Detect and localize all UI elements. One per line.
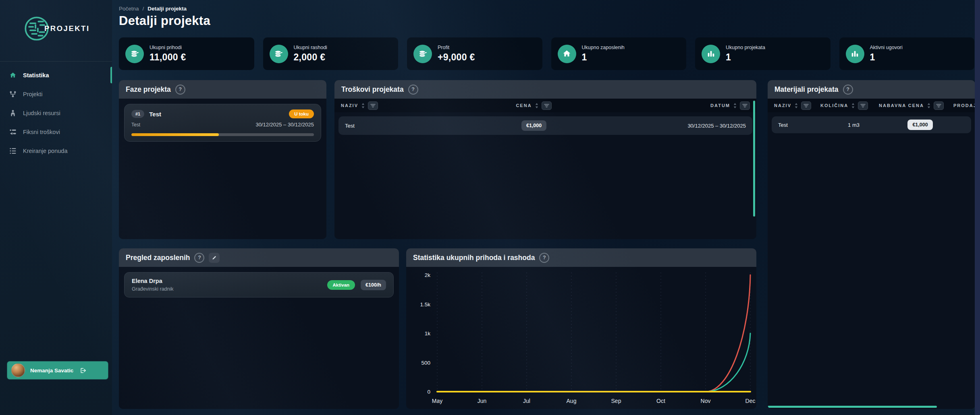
sidebar-item-ljudski-resursi[interactable]: Ljudski resursi [0, 103, 112, 122]
column-header-prodajna-cena[interactable]: PRODAJN [953, 103, 975, 108]
filter-icon[interactable] [368, 101, 378, 110]
sort-icon[interactable] [795, 103, 798, 108]
stat-value: 1 [726, 52, 765, 63]
phase-card[interactable]: #1 Test U toku Test 30/12/2025 – 30/12/2… [124, 104, 321, 142]
filter-icon[interactable] [801, 101, 811, 110]
filter-icon[interactable] [740, 101, 750, 110]
cell-naziv: Test [778, 122, 824, 128]
main-content: Početna / Detalji projekta Detalji proje… [112, 0, 980, 415]
logout-icon[interactable] [79, 367, 86, 374]
column-header-cena[interactable]: CENA [475, 101, 592, 110]
bar-chart-icon [702, 45, 720, 63]
column-label: KOLIČINA [820, 103, 848, 108]
column-header-naziv[interactable]: NAZIV [774, 101, 820, 110]
panel-pregled-zaposlenih: Pregled zaposlenih ? Elena Drpa Građevin… [119, 248, 399, 409]
sidebar-item-projekti[interactable]: Projekti [0, 85, 112, 103]
sidebar-item-kreiranje-ponuda[interactable]: Kreiranje ponuda [0, 141, 112, 160]
svg-text:1.5k: 1.5k [420, 301, 430, 308]
sidebar-item-label: Fiksni troškovi [23, 129, 60, 135]
line-chart: 05001k1.5k2kMayJunJulAugSepOctNovDec [406, 267, 756, 409]
phase-period: 30/12/2025 – 30/12/2025 [255, 122, 314, 128]
panel-title: Statistika ukupnih prihoda i rashoda [413, 254, 535, 262]
breadcrumb-home[interactable]: Početna [119, 6, 139, 12]
panel-header: Troškovi projekata ? [334, 80, 756, 99]
stat-value: 1 [582, 52, 625, 63]
svg-text:500: 500 [421, 360, 430, 366]
employee-card[interactable]: Elena Drpa Građevinski radnik Aktivan €1… [124, 272, 394, 297]
home-icon [9, 71, 17, 79]
window-scrollbar[interactable] [975, 0, 980, 415]
stat-value: 11,000 € [149, 52, 186, 63]
cell-naziv: Test [345, 123, 477, 129]
column-header-naziv[interactable]: NAZIV [341, 101, 475, 110]
sidebar-item-fiksni-troskovi[interactable]: Fiksni troškovi [0, 122, 112, 141]
stat-card-ukupno-zaposlenih: Ukupno zaposlenih 1 [551, 37, 687, 70]
home-icon [558, 45, 576, 63]
sort-icon[interactable] [361, 103, 365, 108]
user-menu[interactable]: Nemanja Savatic [7, 361, 108, 379]
sort-icon[interactable] [535, 103, 538, 108]
app-logo[interactable]: PROJEKTI [23, 14, 90, 43]
active-indicator [110, 67, 112, 83]
help-icon[interactable]: ? [408, 85, 418, 95]
svg-text:Nov: Nov [701, 398, 711, 404]
stat-value: 1 [870, 52, 903, 63]
stat-label: Ukupno zaposlenih [582, 45, 625, 50]
stat-label: Ukupni prihodi [149, 45, 186, 50]
help-icon[interactable]: ? [843, 85, 853, 95]
vertical-scrollbar[interactable] [753, 101, 755, 217]
table-row[interactable]: Test €1,000 30/12/2025 – 30/12/2025 [338, 116, 752, 135]
table-row[interactable]: Test 1 m3 €1,000 [772, 116, 971, 133]
svg-text:Jul: Jul [523, 398, 530, 404]
edit-icon[interactable] [209, 253, 220, 263]
brand-name: PROJEKTI [44, 24, 90, 33]
column-header-kolicina[interactable]: KOLIČINA [820, 101, 879, 110]
column-label: DATUM [710, 103, 730, 108]
column-header-nabavna-cena[interactable]: NABAVNA CENA [879, 101, 953, 110]
column-label: NABAVNA CENA [879, 103, 924, 108]
employee-rate-badge: €100/h [361, 280, 386, 290]
stat-card-aktivni-ugovori: Aktivni ugovori 1 [839, 37, 975, 70]
panel-statistika-chart: Statistika ukupnih prihoda i rashoda ? 0… [406, 248, 756, 409]
stat-label: Aktivni ugovori [870, 45, 903, 50]
horizontal-scrollbar[interactable] [768, 406, 937, 408]
svg-text:0: 0 [427, 389, 430, 395]
svg-text:Oct: Oct [656, 398, 665, 404]
phase-number-badge: #1 [131, 110, 144, 118]
svg-text:Jun: Jun [478, 398, 487, 404]
phase-progress-bar [131, 133, 314, 136]
column-label: PRODAJN [953, 103, 975, 108]
avatar [11, 363, 25, 377]
sidebar-divider [0, 61, 112, 62]
svg-text:2k: 2k [425, 272, 431, 278]
panel-materijali-projekata: Materijali projekata ? NAZIV KOLIČINA NA… [768, 80, 975, 409]
panel-title: Faze projekta [126, 85, 171, 94]
sort-icon[interactable] [851, 103, 855, 108]
cell-kolicina: 1 m3 [824, 122, 883, 128]
filter-icon[interactable] [542, 101, 552, 110]
panel-title: Troškovi projekata [341, 85, 404, 94]
filter-icon[interactable] [858, 101, 868, 110]
stat-card-ukupni-prihodi: Ukupni prihodi 11,000 € [119, 37, 254, 70]
sidebar-item-label: Projekti [23, 91, 42, 97]
panel-header: Pregled zaposlenih ? [119, 248, 399, 267]
stat-card-ukupni-rashodi: Ukupni rashodi 2,000 € [263, 37, 399, 70]
help-icon[interactable]: ? [539, 253, 549, 263]
stat-label: Profit [438, 45, 475, 50]
help-icon[interactable]: ? [175, 85, 185, 95]
stat-label: Ukupno projekata [726, 45, 765, 50]
column-header-datum[interactable]: DATUM [592, 101, 750, 110]
help-icon[interactable]: ? [194, 253, 204, 263]
panel-header: Materijali projekata ? [768, 80, 975, 99]
sort-icon[interactable] [733, 103, 737, 108]
list-icon [9, 147, 17, 155]
breadcrumb: Početna / Detalji projekta [119, 6, 187, 12]
column-label: NAZIV [341, 103, 358, 108]
sidebar-item-statistika[interactable]: Statistika [0, 66, 112, 85]
coins-icon [125, 45, 144, 63]
panel-title: Materijali projekata [774, 85, 839, 94]
user-name: Nemanja Savatic [30, 368, 73, 374]
sort-icon[interactable] [927, 103, 930, 108]
panel-header: Faze projekta ? [119, 80, 326, 99]
filter-icon[interactable] [934, 101, 944, 110]
